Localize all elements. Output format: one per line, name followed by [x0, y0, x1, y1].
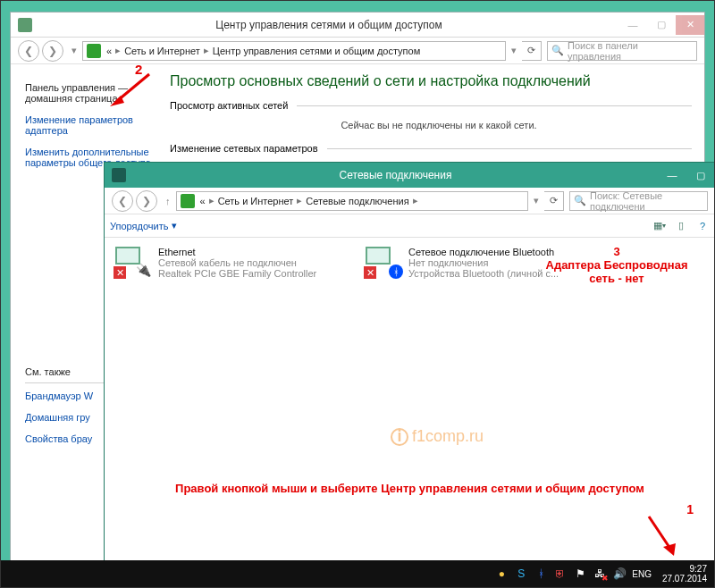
nav-fwd-button[interactable]: ❯ [42, 40, 63, 62]
organize-menu[interactable]: Упорядочить▾ [110, 220, 177, 231]
svg-line-2 [649, 517, 670, 549]
nav-back-button[interactable]: ❮ [18, 40, 39, 62]
help-button[interactable]: ? [695, 219, 710, 233]
crumb-root[interactable]: Сеть и Интернет [124, 46, 200, 56]
adapter-device: Realtek PCIe GBE Family Controller [158, 268, 316, 279]
sidebar-adapter-settings[interactable]: Изменение параметров адаптера [25, 114, 159, 136]
breadcrumb-icon [87, 44, 101, 58]
refresh-button[interactable]: ⟳ [522, 41, 542, 61]
search-input[interactable]: 🔍 Поиск в панели управления [547, 41, 697, 61]
crumb-root[interactable]: Сеть и Интернет [218, 196, 294, 206]
search-input[interactable]: 🔍 Поиск: Сетевые подключени [569, 191, 708, 211]
adapter-name: Ethernet [158, 247, 316, 257]
nav-fwd-button[interactable]: ❯ [136, 190, 157, 212]
app-icon [18, 18, 32, 32]
preview-pane-button[interactable]: ▯ [674, 219, 688, 233]
crumb-current[interactable]: Центр управления сетями и общим доступом [213, 46, 420, 56]
annotation-1-text: Правой кнопкой мыши и выберите Центр упр… [105, 482, 715, 495]
active-networks-head: Просмотр активных сетей [170, 100, 692, 111]
adapter-icon: ✕ᚼ [366, 247, 401, 277]
tray-skype-icon[interactable]: S [514, 567, 528, 581]
nav-back-button[interactable]: ❮ [112, 190, 133, 212]
network-connections-window: Сетевые подключения — ▢ ❮ ❯ ↑ « ▸ Сеть и… [104, 162, 715, 562]
taskbar[interactable]: ● S ᚼ ⛨ ⚑ 🖧✖ 🔊 ENG 9:2727.07.2014 [1, 560, 714, 587]
adapter-status: Сетевой кабель не подключен [158, 257, 316, 268]
close-button[interactable]: ✕ [676, 15, 704, 35]
tray-messenger-icon[interactable]: ● [494, 567, 509, 581]
nav-history-dropdown[interactable]: ▾ [72, 45, 77, 56]
view-mode-button[interactable]: ▦▾ [652, 219, 667, 233]
change-settings-head: Изменение сетевых параметров [170, 143, 692, 154]
svg-line-0 [117, 74, 149, 101]
window-title: Центр управления сетями и общим доступом [39, 19, 618, 31]
tray-clock[interactable]: 9:2727.07.2014 [662, 564, 707, 584]
tray-lang[interactable]: ENG [632, 567, 652, 581]
minimize-button[interactable]: — [618, 15, 647, 35]
crumb-start: « [106, 46, 112, 56]
annotation-2-arrow [108, 72, 153, 108]
crumb-dropdown[interactable]: ▾ [534, 195, 539, 206]
titlebar[interactable]: Центр управления сетями и общим доступом… [11, 13, 704, 38]
tray-network-icon[interactable]: 🖧✖ [593, 567, 607, 581]
tray-volume-icon[interactable]: 🔊 [612, 567, 627, 581]
crumb-current[interactable]: Сетевые подключения [306, 196, 408, 206]
adapter-ethernet[interactable]: ✕🔌 Ethernet Сетевой кабель не подключен … [115, 247, 330, 279]
page-title: Просмотр основных сведений о сети и наст… [170, 73, 692, 89]
minimize-button[interactable]: — [658, 165, 686, 185]
annotation-1-number: 1 [686, 502, 694, 517]
annotation-1-arrow [645, 513, 681, 558]
nav-up-button[interactable]: ↑ [165, 196, 171, 206]
breadcrumb-row: ❮ ❯ ▾ « ▸ Сеть и Интернет ▸ Центр управл… [11, 38, 704, 64]
tray-security-icon[interactable]: ⛨ [553, 567, 568, 581]
command-bar: Упорядочить▾ ▦▾ ▯ ? [105, 214, 715, 238]
tray-bluetooth-icon[interactable]: ᚼ [534, 567, 548, 581]
tray-action-center-icon[interactable]: ⚑ [573, 567, 587, 581]
window-title: Сетевые подключения [133, 169, 658, 181]
svg-marker-3 [663, 543, 676, 556]
bluetooth-icon: ᚼ [389, 265, 403, 279]
search-icon: 🔍 [551, 45, 564, 56]
watermark: if1comp.ru [391, 427, 484, 446]
maximize-button[interactable]: ▢ [647, 15, 676, 35]
adapter-icon: ✕🔌 [115, 247, 151, 277]
breadcrumb-icon [181, 194, 195, 208]
search-icon: 🔍 [574, 195, 586, 206]
crumb-start: « [200, 196, 206, 206]
annotation-3: 3 Адаптера Беспроводная сеть - нет [536, 245, 697, 285]
titlebar[interactable]: Сетевые подключения — ▢ [105, 163, 715, 188]
breadcrumb-row: ❮ ❯ ↑ « ▸ Сеть и Интернет ▸ Сетевые подк… [105, 188, 715, 214]
active-networks-empty: Сейчас вы не подключены ни к какой сети. [170, 118, 692, 143]
crumb-dropdown[interactable]: ▾ [511, 45, 517, 56]
maximize-button[interactable]: ▢ [686, 165, 715, 185]
app-icon [112, 168, 126, 182]
breadcrumb[interactable]: « ▸ Сеть и Интернет ▸ Сетевые подключени… [176, 191, 529, 211]
breadcrumb[interactable]: « ▸ Сеть и Интернет ▸ Центр управления с… [82, 41, 506, 61]
refresh-button[interactable]: ⟳ [544, 191, 564, 211]
